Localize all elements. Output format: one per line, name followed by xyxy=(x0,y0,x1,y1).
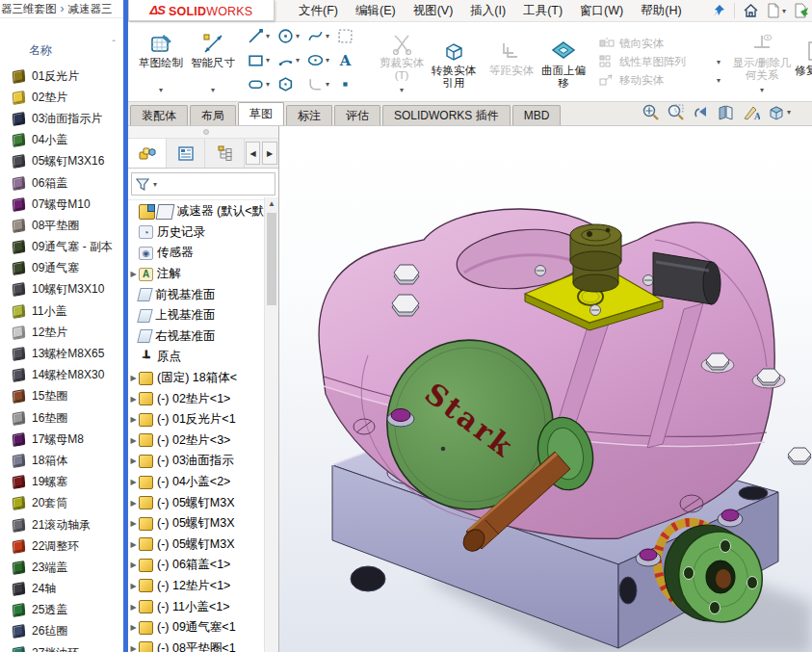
dropdown-caret-icon[interactable]: ▾ xyxy=(296,56,300,65)
file-list-item[interactable]: 10螺钉M3X10 xyxy=(0,279,123,300)
breadcrumb[interactable]: 器三维套图 › 减速器三 xyxy=(0,0,123,18)
section-view-icon[interactable] xyxy=(717,103,735,121)
scroll-up-icon[interactable]: ▲ xyxy=(265,197,278,211)
line-tool[interactable]: ▾ xyxy=(248,28,270,44)
command-tab[interactable]: 布局 xyxy=(190,105,236,125)
tree-item[interactable]: (-) 06箱盖<1> xyxy=(128,555,265,576)
command-tab[interactable]: 标注 xyxy=(286,105,332,125)
panel-splitter[interactable] xyxy=(128,126,278,139)
sketch-button[interactable]: 草图绘制 ▾ xyxy=(135,27,187,96)
tab-feature-tree[interactable] xyxy=(128,139,167,168)
file-list-item[interactable]: 09通气塞 - 副本 xyxy=(0,237,123,258)
smart-dimension-button[interactable]: 智能尺寸 ▾ xyxy=(187,27,239,96)
tree-item[interactable]: (-) 05螺钉M3X xyxy=(128,513,265,535)
file-list-item[interactable]: 08平垫圈 xyxy=(0,215,123,236)
arc-tool[interactable]: ▾ xyxy=(277,52,300,68)
edit-appearance-icon[interactable]: A xyxy=(742,103,760,121)
tree-item[interactable]: 传感器 xyxy=(128,243,265,264)
expand-arrow-icon[interactable] xyxy=(128,561,139,569)
file-list-item[interactable]: 24轴 xyxy=(0,579,123,600)
breadcrumb-right[interactable]: 减速器三 xyxy=(68,2,113,16)
rectangle-tool[interactable]: ▾ xyxy=(248,52,270,68)
command-tab[interactable]: 草图 xyxy=(238,102,284,125)
tree-item[interactable]: 上视基准面 xyxy=(128,305,265,326)
tree-filter-box[interactable]: ▾ xyxy=(131,172,275,196)
file-list-item[interactable]: 17螺母M8 xyxy=(0,429,123,450)
expand-arrow-icon[interactable] xyxy=(128,582,139,590)
dropdown-caret-icon[interactable]: ▾ xyxy=(326,32,329,40)
file-list-item[interactable]: 26毡圈 xyxy=(0,621,123,642)
tree-item[interactable]: 历史记录 xyxy=(128,222,265,244)
file-list-item[interactable]: 09通气塞 xyxy=(0,258,123,279)
tree-item[interactable]: (固定) 18箱体< xyxy=(128,368,265,389)
polygon-tool[interactable] xyxy=(277,76,294,92)
menu-item[interactable]: 文件(F) xyxy=(290,3,347,19)
tree-item[interactable]: (-) 05螺钉M3X xyxy=(128,492,265,513)
spline-tool[interactable]: ▾ xyxy=(307,28,329,44)
expand-arrow-icon[interactable] xyxy=(128,374,139,382)
menu-item[interactable]: 插入(I) xyxy=(461,3,514,19)
text-tool[interactable]: A xyxy=(337,52,354,68)
expand-arrow-icon[interactable] xyxy=(128,519,139,528)
file-list-item[interactable]: 16垫圈 xyxy=(0,407,123,429)
repair-sketch-button[interactable]: 修复草图 xyxy=(794,35,812,90)
dropdown-caret-icon[interactable]: ▾ xyxy=(787,108,791,117)
command-tab[interactable]: 装配体 xyxy=(130,105,188,125)
view-orientation-icon[interactable]: ▾ xyxy=(767,103,791,121)
offset-on-surface-button[interactable]: 曲面上偏移 xyxy=(537,35,589,90)
expand-arrow-icon[interactable] xyxy=(128,395,139,404)
expand-arrow-icon[interactable] xyxy=(128,603,139,612)
file-list-item[interactable]: 11小盖 xyxy=(0,300,123,322)
command-tab[interactable]: MBD xyxy=(512,105,562,125)
tree-root-item[interactable]: 减速器 (默认<默 xyxy=(128,201,265,222)
menu-item[interactable]: 视图(V) xyxy=(405,3,462,19)
tree-item[interactable]: (-) 01反光片<1 xyxy=(128,409,265,430)
file-list-item[interactable]: 25透盖 xyxy=(0,600,123,621)
tree-item[interactable]: (-) 04小盖<2> xyxy=(128,472,265,493)
tree-item[interactable]: 注解 xyxy=(128,264,265,285)
command-tab[interactable]: 评估 xyxy=(334,105,380,125)
dropdown-caret-icon[interactable]: ▾ xyxy=(782,7,786,15)
tab-configuration-manager[interactable] xyxy=(205,139,244,168)
tree-item[interactable]: 前视基准面 xyxy=(128,284,265,305)
file-list-item[interactable]: 22调整环 xyxy=(0,535,123,557)
tab-property-manager[interactable] xyxy=(167,139,205,168)
file-list-item[interactable]: 06箱盖 xyxy=(0,172,123,194)
file-list-item[interactable]: 27挡油环 xyxy=(0,642,123,652)
menu-item[interactable]: 帮助(H) xyxy=(632,3,690,19)
file-list-item[interactable]: 19螺塞 xyxy=(0,472,123,493)
expand-arrow-icon[interactable] xyxy=(128,436,139,445)
breather-cap-part[interactable] xyxy=(570,224,621,292)
dropdown-caret-icon[interactable]: ▾ xyxy=(296,32,300,40)
file-list-item[interactable]: 05螺钉M3X16 xyxy=(0,151,123,172)
pin-icon[interactable] xyxy=(712,4,726,18)
tab-scroll-left-icon[interactable]: ◀ xyxy=(246,142,261,165)
convert-entities-button[interactable]: 转换实体引用 xyxy=(428,35,480,90)
zoom-to-area-icon[interactable] xyxy=(667,103,685,121)
file-list-item[interactable]: 18箱体 xyxy=(0,450,123,471)
tree-item[interactable]: (-) 05螺钉M3X xyxy=(128,535,265,556)
menu-item[interactable]: 窗口(W) xyxy=(571,3,632,19)
dropdown-caret-icon[interactable]: ▾ xyxy=(326,56,329,65)
file-list-item[interactable]: 23端盖 xyxy=(0,557,123,578)
zoom-fit-icon[interactable] xyxy=(642,103,660,121)
circle-tool[interactable]: ▾ xyxy=(277,28,300,44)
slot-tool[interactable]: ▾ xyxy=(248,76,270,92)
point-tool[interactable] xyxy=(337,76,354,92)
tree-item[interactable]: (-) 11小盖<1> xyxy=(128,596,265,617)
file-list-item[interactable]: 14螺栓M8X30 xyxy=(0,365,123,386)
file-list-item[interactable]: 01反光片 xyxy=(0,65,123,87)
expand-arrow-icon[interactable] xyxy=(128,478,139,486)
tree-item[interactable]: (-) 03油面指示 xyxy=(128,451,265,472)
file-list-item[interactable]: 04小盖 xyxy=(0,130,123,151)
file-list-item[interactable]: 12垫片 xyxy=(0,322,123,343)
file-list-item[interactable]: 02垫片 xyxy=(0,87,123,108)
tree-item[interactable]: (-) 12垫片<1> xyxy=(128,576,265,597)
open-document-icon[interactable] xyxy=(794,3,810,18)
gearbox-model[interactable]: Stark xyxy=(279,126,812,652)
tree-item[interactable]: (-) 09通气塞<1 xyxy=(128,617,265,639)
tree-item[interactable]: 右视基准面 xyxy=(128,326,265,348)
expand-arrow-icon[interactable] xyxy=(128,270,139,278)
file-list-item[interactable]: 13螺栓M8X65 xyxy=(0,343,123,364)
file-list-item[interactable]: 21滚动轴承 xyxy=(0,514,123,535)
